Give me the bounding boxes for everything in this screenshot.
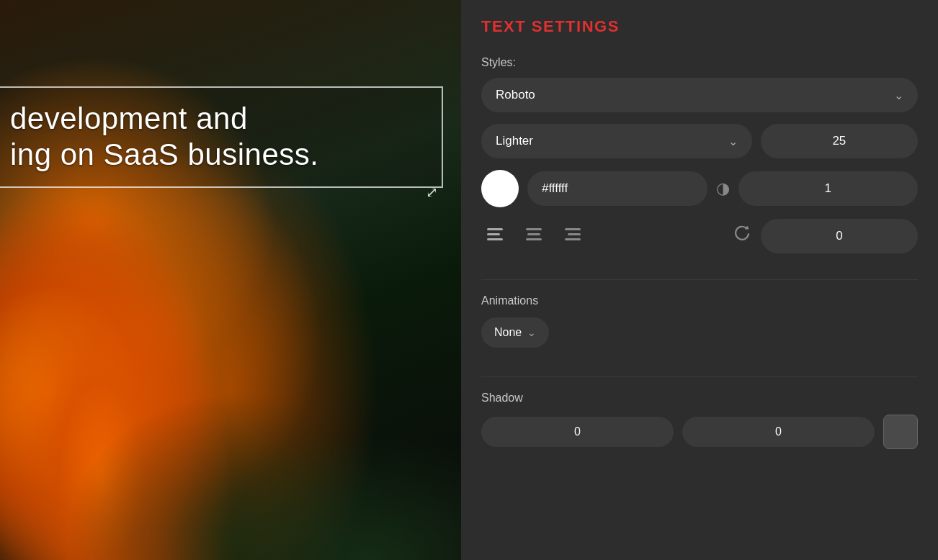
svg-rect-4 bbox=[527, 233, 540, 235]
animation-chevron-icon: ⌄ bbox=[527, 327, 536, 338]
styles-label: Styles: bbox=[481, 56, 918, 69]
color-swatch[interactable] bbox=[481, 170, 519, 207]
shadow-color-swatch[interactable] bbox=[883, 415, 918, 449]
divider-2 bbox=[481, 376, 918, 377]
svg-rect-8 bbox=[565, 238, 581, 240]
font-family-chevron-icon: ⌄ bbox=[894, 89, 903, 102]
opacity-icon: ◑ bbox=[716, 179, 730, 198]
font-family-dropdown[interactable]: Roboto ⌄ bbox=[481, 78, 918, 112]
svg-rect-3 bbox=[526, 228, 542, 230]
opacity-input[interactable]: 1 bbox=[738, 171, 919, 206]
move-cursor-icon: ⤢ bbox=[426, 184, 438, 201]
animation-dropdown[interactable]: None ⌄ bbox=[481, 317, 549, 348]
align-center-button[interactable] bbox=[519, 222, 549, 250]
canvas-area: development and ing on SaaS business. ⤢ bbox=[0, 0, 461, 560]
font-size-input[interactable]: 25 bbox=[761, 124, 918, 158]
font-weight-size-row: Lighter ⌄ 25 bbox=[481, 124, 918, 158]
svg-rect-1 bbox=[487, 233, 500, 235]
color-row: #ffffff ◑ 1 bbox=[481, 170, 918, 207]
text-selection-box[interactable]: development and ing on SaaS business. ⤢ bbox=[0, 86, 443, 188]
shadow-label: Shadow bbox=[481, 392, 918, 405]
foliage-effect bbox=[0, 336, 461, 560]
animation-value: None bbox=[494, 326, 522, 339]
svg-rect-5 bbox=[526, 238, 542, 240]
alignment-group bbox=[481, 222, 586, 250]
animations-label: Animations bbox=[481, 294, 918, 307]
svg-rect-2 bbox=[487, 238, 503, 240]
align-right-button[interactable] bbox=[556, 222, 586, 250]
font-family-value: Roboto bbox=[496, 88, 535, 102]
font-weight-chevron-icon: ⌄ bbox=[728, 135, 738, 148]
text-content: development and ing on SaaS business. bbox=[10, 101, 426, 173]
svg-rect-6 bbox=[565, 228, 581, 230]
shadow-y-input[interactable]: 0 bbox=[682, 417, 875, 447]
shadow-controls-row: 0 0 bbox=[481, 415, 918, 449]
shadow-x-input[interactable]: 0 bbox=[481, 417, 674, 447]
panel-title: TEXT SETTINGS bbox=[481, 17, 918, 36]
font-weight-value: Lighter bbox=[496, 134, 533, 148]
align-left-button[interactable] bbox=[481, 222, 512, 250]
rotate-icon[interactable] bbox=[732, 224, 752, 248]
svg-rect-7 bbox=[568, 233, 581, 235]
settings-panel: TEXT SETTINGS Styles: Roboto ⌄ Lighter ⌄… bbox=[461, 0, 938, 560]
color-hex-input[interactable]: #ffffff bbox=[527, 171, 707, 206]
font-weight-dropdown[interactable]: Lighter ⌄ bbox=[481, 124, 752, 158]
svg-rect-0 bbox=[487, 228, 503, 230]
align-rotation-row: 0 bbox=[481, 219, 918, 253]
divider-1 bbox=[481, 279, 918, 280]
rotation-input[interactable]: 0 bbox=[761, 219, 918, 253]
